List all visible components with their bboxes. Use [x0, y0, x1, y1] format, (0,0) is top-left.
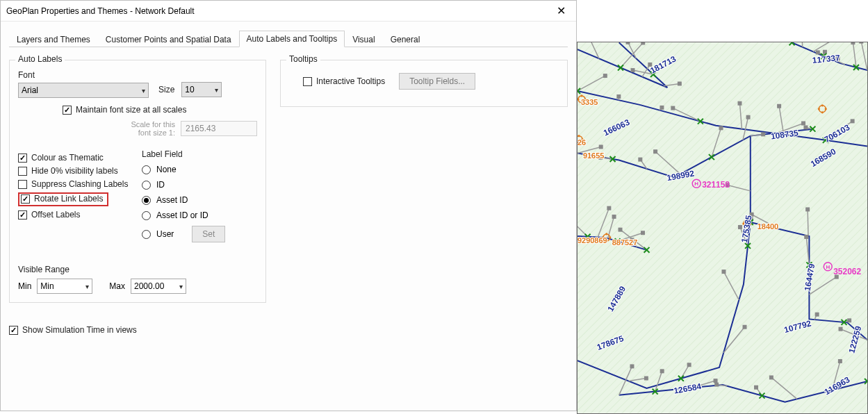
check-colour-thematic[interactable]: [18, 154, 27, 163]
check-maintain-font[interactable]: [63, 106, 72, 115]
map-pink-label: 321158: [702, 180, 730, 190]
label-options-column: Colour as Thematic Hide 0% visibility la…: [18, 149, 129, 248]
svg-rect-111: [678, 81, 682, 85]
min-combo[interactable]: Min ▾: [37, 279, 92, 294]
svg-point-196: [818, 108, 820, 110]
min-label: Min: [18, 281, 31, 291]
svg-rect-72: [777, 104, 781, 108]
check-hide-zero[interactable]: [18, 167, 27, 176]
svg-rect-122: [859, 42, 863, 44]
dialog-body: Layers and Themes Customer Points and Sp…: [1, 22, 576, 411]
visible-range-legend: Visible Range: [18, 265, 257, 274]
tooltip-fields-button[interactable]: Tooltip Fields...: [399, 73, 475, 90]
map-view[interactable]: HH 1173371817131087357061031685901660631…: [577, 42, 868, 414]
map-orange-label: 91655: [583, 151, 604, 160]
tab-general[interactable]: General: [383, 31, 428, 47]
svg-rect-113: [626, 42, 630, 44]
svg-point-197: [825, 108, 827, 110]
chevron-down-icon: ▾: [215, 86, 218, 94]
svg-point-183: [578, 135, 580, 137]
check-interactive-tooltips[interactable]: [303, 77, 312, 86]
svg-rect-81: [801, 122, 805, 126]
radio-none-label: None: [156, 165, 177, 174]
check-offset-labels[interactable]: [18, 210, 27, 220]
svg-rect-106: [619, 228, 623, 232]
svg-rect-75: [599, 144, 603, 149]
svg-rect-124: [660, 369, 664, 373]
group-auto-labels: Auto Labels Font Arial ▾ Size 10 ▾: [9, 60, 266, 303]
svg-rect-77: [638, 158, 642, 162]
window-title: GeoPlan Properties and Themes - Network …: [6, 6, 195, 16]
maintain-font-label: Maintain font size at all scales: [76, 105, 186, 115]
svg-rect-80: [746, 115, 751, 119]
svg-rect-125: [714, 379, 718, 383]
suppress-clashing-label: Suppress Clashing Labels: [31, 179, 128, 189]
svg-point-193: [605, 233, 607, 235]
group-legend-autolabels: Auto Labels: [15, 54, 65, 64]
svg-rect-71: [738, 101, 742, 106]
svg-rect-88: [687, 363, 691, 367]
title-bar: GeoPlan Properties and Themes - Network …: [1, 1, 576, 22]
font-value: Arial: [22, 85, 38, 95]
radio-asset-or-id[interactable]: [142, 211, 151, 220]
group-tooltips: Tooltips Interactive Tooltips Tooltip Fi…: [280, 60, 568, 107]
svg-rect-112: [631, 68, 635, 72]
svg-rect-69: [660, 106, 664, 110]
tab-layers-themes[interactable]: Layers and Themes: [9, 31, 98, 47]
max-label: Max: [109, 281, 125, 291]
svg-rect-126: [714, 383, 719, 387]
offset-labels-label: Offset Labels: [31, 210, 81, 220]
svg-rect-70: [671, 106, 675, 110]
max-combo[interactable]: 2000.00 ▾: [131, 279, 186, 294]
svg-rect-96: [815, 313, 819, 317]
highlight-rotate-link: Rotate Link Labels: [18, 192, 108, 206]
svg-rect-120: [816, 50, 820, 54]
interactive-tooltips-label: Interactive Tooltips: [316, 76, 385, 86]
radio-id-label: ID: [156, 180, 165, 190]
map-orange-label: 18400: [758, 222, 778, 231]
label-field-legend: Label Field: [142, 149, 257, 159]
svg-rect-101: [607, 206, 611, 210]
svg-point-198: [821, 104, 824, 106]
radio-id[interactable]: [142, 181, 151, 190]
svg-rect-86: [721, 270, 726, 274]
check-suppress-clashing[interactable]: [18, 180, 27, 189]
radio-none[interactable]: [142, 165, 151, 174]
svg-rect-102: [612, 215, 616, 219]
svg-point-178: [580, 94, 582, 97]
max-value: 2000.00: [134, 281, 164, 291]
scale-input: [181, 121, 257, 136]
map-orange-label: 9290869: [578, 236, 607, 245]
map-orange-label: 887527: [612, 238, 638, 247]
svg-rect-73: [851, 119, 855, 123]
svg-rect-127: [754, 386, 758, 390]
font-dropdown[interactable]: Arial ▾: [18, 83, 149, 98]
dialog-window: GeoPlan Properties and Themes - Network …: [0, 0, 577, 411]
chevron-down-icon: ▾: [142, 87, 145, 94]
font-label: Font: [18, 70, 149, 80]
tab-visual[interactable]: Visual: [345, 31, 382, 47]
svg-rect-83: [761, 132, 765, 136]
svg-rect-129: [838, 359, 842, 363]
svg-rect-82: [803, 125, 808, 129]
close-button[interactable]: ✕: [546, 1, 576, 22]
tab-auto-labels-tooltips[interactable]: Auto Labels and Tooltips: [239, 31, 345, 47]
svg-rect-123: [630, 364, 634, 368]
radio-asset-or-id-label: Asset ID or ID: [156, 210, 208, 220]
size-value: 10: [185, 85, 194, 94]
close-icon: ✕: [557, 4, 566, 17]
tab-customer-points[interactable]: Customer Points and Spatial Data: [98, 31, 239, 47]
colour-thematic-label: Colour as Thematic: [31, 153, 104, 163]
svg-point-192: [609, 236, 611, 238]
size-dropdown[interactable]: 10 ▾: [181, 82, 222, 97]
set-button[interactable]: Set: [192, 226, 225, 242]
radio-user[interactable]: [142, 230, 151, 239]
svg-rect-68: [616, 94, 621, 99]
svg-rect-67: [603, 74, 607, 78]
check-rotate-link-labels[interactable]: [21, 194, 30, 204]
group-legend-tooltips: Tooltips: [286, 54, 320, 64]
chevron-down-icon: ▾: [85, 283, 89, 290]
svg-text:H: H: [826, 264, 830, 270]
check-show-simulation-time[interactable]: [9, 326, 18, 335]
radio-asset-id[interactable]: [142, 196, 151, 205]
